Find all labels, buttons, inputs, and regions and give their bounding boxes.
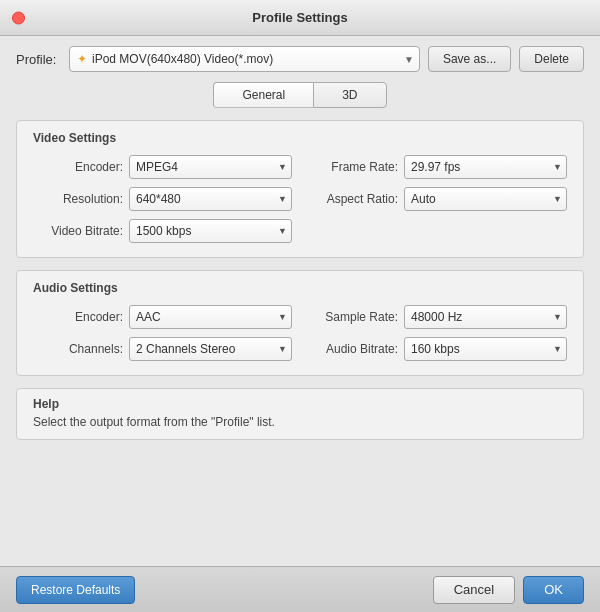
channels-row: Channels: 2 Channels Stereo ▼ <box>33 337 292 361</box>
resolution-select-wrapper: 640*480 ▼ <box>129 187 292 211</box>
video-bitrate-select-wrapper: 1500 kbps ▼ <box>129 219 292 243</box>
audio-fields-grid: Encoder: AAC ▼ Sample Rate: 48000 Hz ▼ <box>33 305 567 361</box>
help-section: Help Select the output format from the "… <box>16 388 584 440</box>
video-settings-section: Video Settings Encoder: MPEG4 ▼ Frame Ra… <box>16 120 584 258</box>
profile-label: Profile: <box>16 52 61 67</box>
help-title: Help <box>33 397 567 411</box>
sample-rate-select[interactable]: 48000 Hz <box>404 305 567 329</box>
star-icon: ✦ <box>77 52 87 66</box>
bottom-bar: Restore Defaults Cancel OK <box>0 566 600 612</box>
aspect-ratio-select[interactable]: Auto <box>404 187 567 211</box>
profile-select-wrapper: ✦ iPod MOV(640x480) Video(*.mov) ▼ <box>69 46 420 72</box>
audio-encoder-select[interactable]: AAC <box>129 305 292 329</box>
tab-3d[interactable]: 3D <box>313 82 386 108</box>
audio-encoder-label: Encoder: <box>33 310 123 324</box>
channels-select[interactable]: 2 Channels Stereo <box>129 337 292 361</box>
resolution-label: Resolution: <box>33 192 123 206</box>
save-as-button[interactable]: Save as... <box>428 46 511 72</box>
audio-bitrate-select-wrapper: 160 kbps ▼ <box>404 337 567 361</box>
video-encoder-select-wrapper: MPEG4 ▼ <box>129 155 292 179</box>
ok-button[interactable]: OK <box>523 576 584 604</box>
audio-settings-section: Audio Settings Encoder: AAC ▼ Sample Rat… <box>16 270 584 376</box>
sample-rate-select-wrapper: 48000 Hz ▼ <box>404 305 567 329</box>
main-content: Profile: ✦ iPod MOV(640x480) Video(*.mov… <box>0 36 600 462</box>
sample-rate-row: Sample Rate: 48000 Hz ▼ <box>308 305 567 329</box>
video-bitrate-row: Video Bitrate: 1500 kbps ▼ <box>33 219 292 243</box>
audio-encoder-select-wrapper: AAC ▼ <box>129 305 292 329</box>
video-fields-grid: Encoder: MPEG4 ▼ Frame Rate: 29.97 fps ▼ <box>33 155 567 243</box>
audio-settings-title: Audio Settings <box>33 281 567 295</box>
resolution-row: Resolution: 640*480 ▼ <box>33 187 292 211</box>
bottom-right-buttons: Cancel OK <box>433 576 584 604</box>
audio-bitrate-select[interactable]: 160 kbps <box>404 337 567 361</box>
frame-rate-label: Frame Rate: <box>308 160 398 174</box>
profile-row: Profile: ✦ iPod MOV(640x480) Video(*.mov… <box>16 46 584 72</box>
frame-rate-select-wrapper: 29.97 fps ▼ <box>404 155 567 179</box>
video-encoder-label: Encoder: <box>33 160 123 174</box>
profile-select[interactable]: iPod MOV(640x480) Video(*.mov) <box>69 46 420 72</box>
restore-defaults-button[interactable]: Restore Defaults <box>16 576 135 604</box>
channels-select-wrapper: 2 Channels Stereo ▼ <box>129 337 292 361</box>
audio-encoder-row: Encoder: AAC ▼ <box>33 305 292 329</box>
tabs-row: General 3D <box>16 82 584 108</box>
help-text: Select the output format from the "Profi… <box>33 415 567 429</box>
sample-rate-label: Sample Rate: <box>308 310 398 324</box>
video-settings-title: Video Settings <box>33 131 567 145</box>
audio-bitrate-label: Audio Bitrate: <box>308 342 398 356</box>
window-title: Profile Settings <box>252 10 347 25</box>
delete-button[interactable]: Delete <box>519 46 584 72</box>
video-encoder-row: Encoder: MPEG4 ▼ <box>33 155 292 179</box>
resolution-select[interactable]: 640*480 <box>129 187 292 211</box>
video-bitrate-label: Video Bitrate: <box>33 224 123 238</box>
audio-bitrate-row: Audio Bitrate: 160 kbps ▼ <box>308 337 567 361</box>
frame-rate-row: Frame Rate: 29.97 fps ▼ <box>308 155 567 179</box>
tab-general[interactable]: General <box>213 82 313 108</box>
frame-rate-select[interactable]: 29.97 fps <box>404 155 567 179</box>
video-encoder-select[interactable]: MPEG4 <box>129 155 292 179</box>
aspect-ratio-label: Aspect Ratio: <box>308 192 398 206</box>
close-button[interactable] <box>12 11 25 24</box>
title-bar: Profile Settings <box>0 0 600 36</box>
aspect-ratio-row: Aspect Ratio: Auto ▼ <box>308 187 567 211</box>
channels-label: Channels: <box>33 342 123 356</box>
cancel-button[interactable]: Cancel <box>433 576 515 604</box>
aspect-ratio-select-wrapper: Auto ▼ <box>404 187 567 211</box>
video-bitrate-select[interactable]: 1500 kbps <box>129 219 292 243</box>
